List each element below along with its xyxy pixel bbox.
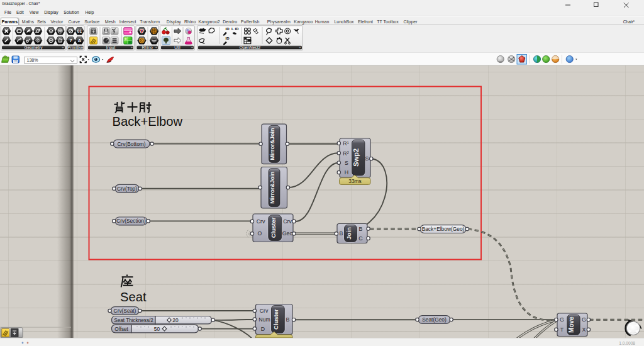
svg-text:H: H	[345, 169, 348, 176]
svg-text:T: T	[560, 326, 564, 333]
svg-text:Seat: Seat	[120, 290, 147, 304]
svg-text:Input: Input	[106, 45, 116, 50]
svg-text:L ID: L ID	[231, 26, 239, 31]
svg-text:B: B	[286, 316, 290, 323]
svg-text:50: 50	[154, 326, 160, 332]
svg-text:Geometry: Geometry	[25, 45, 43, 50]
svg-text:X: X	[582, 326, 586, 333]
svg-text:R²: R²	[343, 150, 348, 157]
svg-text:+: +	[62, 45, 64, 49]
svg-text:Back+Elbow: Back+Elbow	[113, 114, 183, 128]
svg-text:B: B	[340, 230, 343, 237]
svg-text:Offset: Offset	[114, 326, 128, 332]
svg-text:C: C	[358, 235, 363, 242]
svg-text:Geo: Geo	[282, 230, 293, 237]
svg-text:01: 01	[77, 29, 82, 33]
svg-text:Crv: Crv	[260, 308, 269, 314]
svg-text:Mirror&Join: Mirror&Join	[269, 128, 275, 160]
svg-text:ID: ID	[226, 26, 230, 31]
svg-text:+: +	[155, 45, 158, 49]
svg-text:Crv(Top): Crv(Top)	[117, 186, 137, 192]
svg-text:Move: Move	[568, 316, 575, 333]
svg-text:+: +	[131, 45, 133, 49]
svg-text:G: G	[560, 316, 564, 323]
svg-text:+: +	[80, 45, 83, 49]
svg-text:OpenNest2: OpenNest2	[240, 45, 261, 50]
svg-text:7: 7	[69, 38, 72, 43]
svg-text:20: 20	[172, 317, 179, 323]
svg-text:Mirror&Join: Mirror&Join	[269, 172, 275, 204]
svg-text:Rhino: Rhino	[142, 45, 153, 50]
svg-text:Seat Thickness/2: Seat Thickness/2	[114, 318, 153, 323]
svg-text:Swp2: Swp2	[352, 148, 360, 167]
svg-text:33ms: 33ms	[348, 178, 361, 184]
svg-text:G: G	[582, 316, 586, 323]
svg-text:Crv: Crv	[257, 218, 265, 225]
svg-text:Back+Elbow(Geo): Back+Elbow(Geo)	[422, 226, 465, 232]
svg-text:Join: Join	[345, 227, 352, 240]
svg-text:+: +	[191, 45, 194, 49]
svg-text:S: S	[345, 160, 348, 166]
svg-text:Crv: Crv	[283, 218, 292, 225]
svg-text:Util: Util	[174, 45, 180, 50]
svg-text:Crv(Bottom): Crv(Bottom)	[117, 141, 145, 147]
svg-text:O: O	[258, 230, 262, 237]
svg-text:Seat(Geo): Seat(Geo)	[422, 316, 447, 323]
svg-text:S: S	[365, 155, 369, 162]
svg-text:Num: Num	[258, 316, 270, 323]
svg-text:ID: ID	[226, 36, 230, 40]
svg-text:+: +	[299, 45, 301, 49]
svg-text:D: D	[261, 326, 265, 332]
svg-text:Crv(Seat): Crv(Seat)	[114, 308, 136, 314]
svg-text:R¹: R¹	[343, 140, 348, 147]
svg-text:B: B	[359, 226, 363, 232]
svg-text:Crv(Section): Crv(Section)	[116, 218, 146, 224]
svg-text:A: A	[78, 38, 82, 43]
svg-text:Cluster: Cluster	[270, 217, 277, 238]
svg-text:Cluster: Cluster	[272, 309, 279, 330]
